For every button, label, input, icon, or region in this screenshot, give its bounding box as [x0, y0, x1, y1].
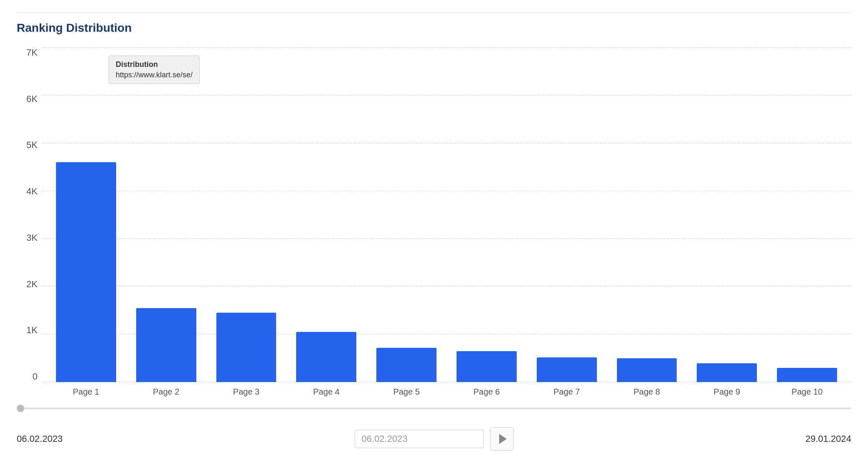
x-label-9: Page 10 [767, 387, 847, 399]
grid-and-bars: Distribution https://www.klart.se/se/ Pa… [42, 47, 851, 399]
chart-inner: Distribution https://www.klart.se/se/ Pa… [42, 47, 851, 399]
x-label-8: Page 9 [687, 387, 767, 399]
x-label-1: Page 2 [126, 387, 206, 399]
x-label-4: Page 5 [366, 387, 447, 399]
bar-group[interactable] [687, 47, 767, 382]
y-axis-label: 4K [26, 186, 38, 197]
bar-group[interactable] [46, 47, 126, 382]
center-controls [355, 427, 514, 451]
play-icon [499, 434, 507, 444]
page-container: Ranking Distribution 7K6K5K4K3K2K1K0 Dis… [0, 0, 868, 459]
bar-page-9[interactable] [697, 363, 757, 382]
bar-page-6[interactable] [457, 351, 517, 382]
bar-page-1[interactable] [56, 162, 116, 382]
y-axis-label: 1K [26, 325, 38, 336]
slider-area[interactable] [17, 402, 851, 415]
x-label-0: Page 1 [46, 387, 126, 399]
slider-thumb[interactable] [17, 405, 24, 412]
bar-group[interactable] [206, 47, 287, 382]
bar-page-4[interactable] [296, 332, 356, 382]
y-axis-label: 5K [26, 140, 38, 150]
date-end: 29.01.2024 [805, 434, 851, 444]
bar-group[interactable] [527, 47, 607, 382]
bar-group[interactable] [607, 47, 687, 382]
x-label-2: Page 3 [206, 387, 287, 399]
x-label-5: Page 6 [447, 387, 527, 399]
bar-group[interactable] [126, 47, 206, 382]
x-label-6: Page 7 [527, 387, 607, 399]
chart-area: 7K6K5K4K3K2K1K0 Distribution https://www… [17, 47, 851, 451]
bar-group[interactable] [447, 47, 527, 382]
x-labels: Page 1Page 2Page 3Page 4Page 5Page 6Page… [42, 382, 851, 399]
date-input[interactable] [355, 430, 484, 448]
bar-group[interactable] [286, 47, 366, 382]
bottom-controls: 06.02.2023 29.01.2024 [17, 419, 851, 451]
y-axis-label: 3K [26, 232, 38, 243]
bars-container [42, 47, 851, 382]
y-axis-label: 6K [26, 94, 38, 105]
bar-page-5[interactable] [376, 348, 437, 382]
bar-group[interactable] [366, 47, 447, 382]
y-axis-label: 2K [26, 279, 38, 290]
slider-track[interactable] [17, 408, 851, 409]
bar-page-7[interactable] [537, 357, 597, 382]
chart-with-yaxis: 7K6K5K4K3K2K1K0 Distribution https://www… [17, 47, 851, 399]
x-label-7: Page 8 [607, 387, 687, 399]
y-axis: 7K6K5K4K3K2K1K0 [17, 47, 42, 399]
x-label-3: Page 4 [286, 387, 366, 399]
bar-page-3[interactable] [216, 313, 277, 382]
bar-page-10[interactable] [777, 368, 837, 382]
bar-group[interactable] [767, 47, 847, 382]
y-axis-label: 7K [26, 47, 38, 58]
bar-page-8[interactable] [617, 358, 677, 382]
bar-page-2[interactable] [136, 308, 196, 382]
y-axis-label: 0 [33, 371, 38, 382]
play-button[interactable] [490, 427, 514, 451]
date-start: 06.02.2023 [17, 434, 63, 444]
page-title: Ranking Distribution [17, 21, 851, 35]
